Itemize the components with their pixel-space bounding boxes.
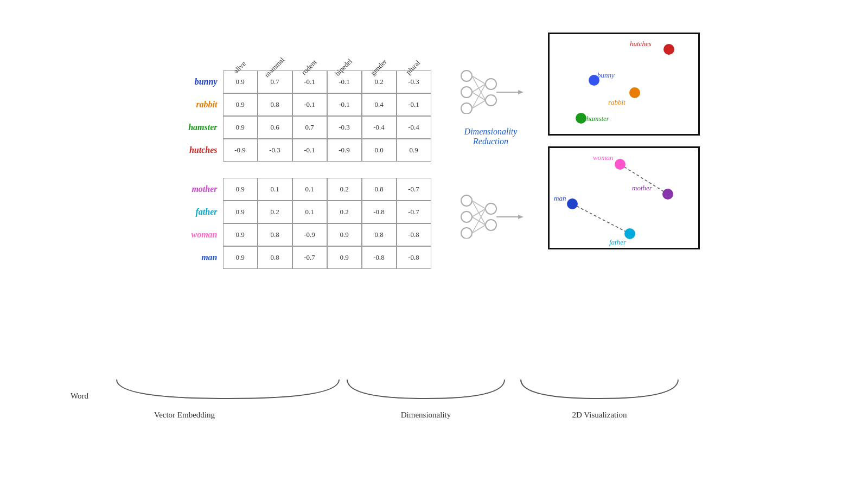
cell: -0.8 bbox=[362, 246, 397, 269]
table-row: woman 0.9 0.8 -0.9 0.9 0.8 -0.8 bbox=[169, 223, 431, 246]
label-rabbit: rabbit bbox=[169, 100, 223, 110]
cell: -0.9 bbox=[327, 139, 362, 162]
table1-row2-grid: 0.9 0.8 -0.1 -0.1 0.4 -0.1 bbox=[223, 93, 431, 116]
cell: 0.8 bbox=[362, 178, 397, 201]
cell: 0.2 bbox=[327, 178, 362, 201]
svg-text:hamster: hamster bbox=[586, 114, 610, 123]
table-row: father 0.9 0.2 0.1 0.2 -0.8 -0.7 bbox=[169, 201, 431, 223]
cell: 0.2 bbox=[362, 70, 397, 93]
cell: 0.9 bbox=[327, 223, 362, 246]
cell: 0.8 bbox=[258, 93, 292, 116]
svg-text:bunny: bunny bbox=[597, 71, 615, 79]
table1-rows: bunny 0.9 0.7 -0.1 -0.1 0.2 -0.3 rabbit … bbox=[169, 70, 434, 162]
cell: 0.9 bbox=[327, 246, 362, 269]
cell: 0.9 bbox=[223, 246, 258, 269]
svg-point-1 bbox=[461, 87, 472, 98]
table2-wrapper: mother 0.9 0.1 0.1 0.2 0.8 -0.7 father 0… bbox=[169, 178, 431, 269]
cell: 0.4 bbox=[362, 93, 397, 116]
table1-col-headers: alive mammal rodent bipedel gender plura… bbox=[226, 33, 434, 70]
label-father: father bbox=[169, 207, 223, 217]
svg-point-42 bbox=[624, 228, 635, 239]
cell: -0.3 bbox=[327, 116, 362, 139]
cell: -0.7 bbox=[397, 178, 431, 201]
svg-point-2 bbox=[461, 103, 472, 114]
cell: 0.8 bbox=[258, 223, 292, 246]
cell: -0.7 bbox=[397, 201, 431, 223]
svg-text:woman: woman bbox=[593, 153, 614, 162]
col-rodent: rodent bbox=[295, 33, 330, 70]
cell: -0.8 bbox=[362, 201, 397, 223]
svg-marker-12 bbox=[518, 90, 524, 94]
dr-label-line2: Reduction bbox=[464, 137, 518, 146]
cell: -0.1 bbox=[327, 70, 362, 93]
table-row: man 0.9 0.8 -0.7 0.9 -0.8 -0.8 bbox=[169, 246, 431, 269]
cell: -0.1 bbox=[397, 93, 431, 116]
table2-row1-grid: 0.9 0.1 0.1 0.2 0.8 -0.7 bbox=[223, 178, 431, 201]
svg-text:rabbit: rabbit bbox=[608, 98, 626, 106]
svg-point-13 bbox=[461, 195, 472, 206]
cell: 0.1 bbox=[292, 201, 327, 223]
viz-box-people: woman mother man father bbox=[548, 146, 700, 249]
cell: 0.9 bbox=[397, 139, 431, 162]
table1-row4-grid: -0.9 -0.3 -0.1 -0.9 0.0 0.9 bbox=[223, 139, 431, 162]
cell: 0.2 bbox=[258, 201, 292, 223]
svg-point-32 bbox=[576, 113, 586, 124]
table1-row1-grid: 0.9 0.7 -0.1 -0.1 0.2 -0.3 bbox=[223, 70, 431, 93]
nn-svg-bottom bbox=[456, 190, 526, 239]
cell: 0.9 bbox=[223, 70, 258, 93]
svg-point-4 bbox=[486, 95, 496, 106]
svg-text:hutches: hutches bbox=[630, 40, 652, 48]
label-bunny: bunny bbox=[169, 77, 223, 87]
cell: 0.7 bbox=[292, 116, 327, 139]
col-plural: plural bbox=[399, 33, 434, 70]
col-bipedel: bipedel bbox=[330, 33, 365, 70]
svg-point-38 bbox=[662, 189, 673, 200]
svg-marker-25 bbox=[518, 215, 524, 219]
cell: -0.8 bbox=[397, 223, 431, 246]
table-row: rabbit 0.9 0.8 -0.1 -0.1 0.4 -0.1 bbox=[169, 93, 434, 116]
cell: 0.2 bbox=[327, 201, 362, 223]
viz-svg-animals: hutches bunny rabbit hamster bbox=[550, 34, 701, 137]
viz-svg-people: woman mother man father bbox=[550, 148, 701, 251]
cell: 0.8 bbox=[258, 246, 292, 269]
label-mother: mother bbox=[169, 184, 223, 194]
svg-point-16 bbox=[486, 203, 496, 214]
cell: -0.1 bbox=[292, 139, 327, 162]
main-container: alive mammal rodent bipedel gender plura… bbox=[0, 0, 868, 488]
cell: 0.7 bbox=[258, 70, 292, 93]
cell: 0.0 bbox=[362, 139, 397, 162]
cell: -0.1 bbox=[292, 93, 327, 116]
cell: 0.1 bbox=[258, 178, 292, 201]
dr-label-line1: Dimensionality bbox=[464, 127, 518, 137]
cell: -0.7 bbox=[292, 246, 327, 269]
cell: 0.6 bbox=[258, 116, 292, 139]
dr-label: Dimensionality Reduction bbox=[464, 127, 518, 146]
cell: -0.9 bbox=[292, 223, 327, 246]
cell: 0.1 bbox=[292, 178, 327, 201]
cell: 0.9 bbox=[223, 201, 258, 223]
cell: 0.9 bbox=[223, 223, 258, 246]
svg-text:man: man bbox=[554, 194, 566, 202]
table1-wrapper: alive mammal rodent bipedel gender plura… bbox=[169, 33, 434, 162]
label-man: man bbox=[169, 253, 223, 262]
viz-box-animals: hutches bunny rabbit hamster bbox=[548, 33, 700, 136]
table2-row3-grid: 0.9 0.8 -0.9 0.9 0.8 -0.8 bbox=[223, 223, 431, 246]
cell: -0.3 bbox=[397, 70, 431, 93]
middle-section: Dimensionality Reduction bbox=[456, 65, 526, 241]
col-gender: gender bbox=[365, 33, 399, 70]
table2-rows: mother 0.9 0.1 0.1 0.2 0.8 -0.7 father 0… bbox=[169, 178, 431, 269]
svg-point-0 bbox=[461, 70, 472, 81]
cell: -0.9 bbox=[223, 139, 258, 162]
cell: -0.8 bbox=[397, 246, 431, 269]
label-hutches: hutches bbox=[169, 145, 223, 155]
cell: -0.4 bbox=[397, 116, 431, 139]
cell: 0.9 bbox=[223, 93, 258, 116]
svg-point-15 bbox=[461, 228, 472, 239]
cell: -0.3 bbox=[258, 139, 292, 162]
svg-text:father: father bbox=[609, 238, 627, 246]
left-section: alive mammal rodent bipedel gender plura… bbox=[169, 33, 434, 285]
nn-diagram-bottom bbox=[456, 190, 526, 241]
table2-row2-grid: 0.9 0.2 0.1 0.2 -0.8 -0.7 bbox=[223, 201, 431, 223]
table-row: bunny 0.9 0.7 -0.1 -0.1 0.2 -0.3 bbox=[169, 70, 434, 93]
nn-svg-top bbox=[456, 65, 526, 114]
